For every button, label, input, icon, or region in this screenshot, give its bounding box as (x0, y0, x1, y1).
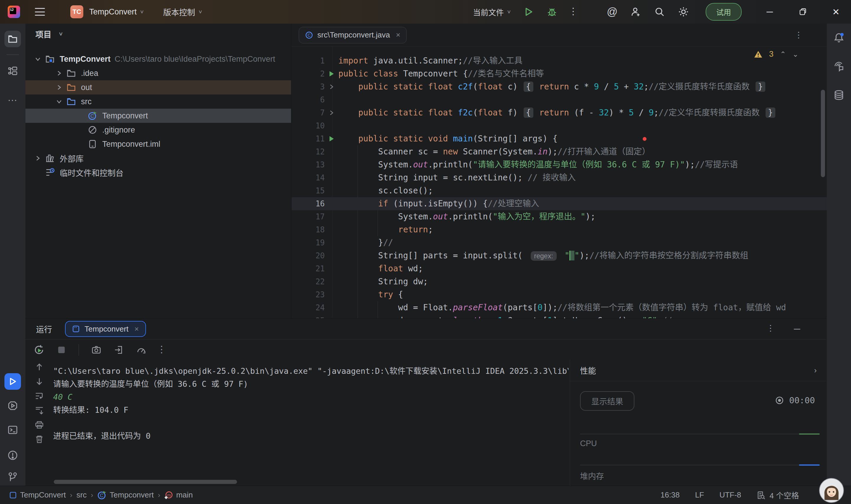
indent-setting[interactable]: 4 个空格 (757, 489, 799, 501)
tree-item--[interactable]: 临时文件和控制台 (25, 165, 291, 180)
line-number[interactable]: 7 (292, 106, 325, 119)
run-line-icon[interactable] (325, 132, 338, 145)
code-line-21[interactable]: 21 float wd; (292, 262, 827, 275)
line-number[interactable]: 23 (292, 288, 325, 301)
code-line-13[interactable]: 13 System.out.println("请输入要转换的温度与单位（例如 3… (292, 158, 827, 171)
code-line-15[interactable]: 15 sc.close(); (292, 184, 827, 197)
run-console[interactable]: "C:\Users\taro blue\.jdks\openjdk-25.0.2… (53, 360, 569, 480)
panel-options-icon[interactable]: … (768, 324, 778, 334)
code-line-14[interactable]: 14 String input = sc.nextLine(); // 接收输入 (292, 171, 827, 184)
line-ending[interactable]: LF (695, 490, 704, 500)
trial-button[interactable]: 试用 (706, 3, 742, 21)
hide-panel-icon[interactable]: ─ (794, 324, 800, 334)
ai-chat-icon[interactable] (831, 58, 847, 74)
settings-gear-icon[interactable] (678, 6, 689, 17)
fold-icon[interactable] (325, 106, 338, 119)
stop-icon[interactable] (57, 345, 66, 355)
vcs-menu[interactable]: 版本控制 (163, 6, 195, 18)
code-line-24[interactable]: 24 wd = Float.parseFloat(parts[0]);//将数组… (292, 301, 827, 314)
chevron-down-icon[interactable] (31, 55, 44, 62)
caret-position[interactable]: 16:38 (660, 490, 680, 500)
breadcrumb-item-Tempconvert[interactable]: CTempconvert (97, 490, 154, 500)
line-number[interactable]: 1 (292, 54, 325, 67)
tab-options-icon[interactable]: … (796, 31, 806, 39)
run-tool-icon[interactable] (4, 373, 21, 390)
code-line-20[interactable]: 20 String[] parts = input.split( regex: … (292, 249, 827, 262)
breadcrumb-item-main[interactable]: mmain (164, 490, 193, 500)
rerun-icon[interactable] (34, 345, 44, 355)
tree-item-.gitignore[interactable]: .gitignore (25, 123, 291, 137)
code-line-22[interactable]: 22 String dw; (292, 275, 827, 288)
code-line-25[interactable]: 25 dw = parts.length > 1 ? parts[1].toUp… (292, 314, 827, 318)
project-name[interactable]: TempConvert (89, 7, 137, 17)
chevron-right-icon[interactable] (53, 70, 66, 77)
performance-header[interactable]: 性能 › (570, 360, 827, 381)
more-tools-icon[interactable]: … (4, 89, 21, 106)
database-icon[interactable] (831, 87, 847, 103)
print-icon[interactable] (35, 420, 44, 430)
breadcrumb-item-TempConvert[interactable]: TempConvert (9, 490, 66, 500)
attach-icon[interactable] (114, 345, 124, 355)
line-number[interactable]: 17 (292, 210, 325, 223)
scroll-up-icon[interactable] (35, 362, 44, 372)
line-number[interactable]: 12 (292, 145, 325, 158)
scroll-down-icon[interactable] (35, 377, 44, 386)
line-number[interactable]: 24 (292, 301, 325, 314)
chevron-right-icon[interactable] (53, 84, 66, 91)
file-encoding[interactable]: UTF-8 (719, 490, 741, 500)
project-icon[interactable]: TC (70, 5, 83, 18)
line-number[interactable]: 21 (292, 262, 325, 275)
line-number[interactable]: 11 (292, 132, 325, 145)
fold-icon[interactable] (325, 80, 338, 93)
debug-icon[interactable] (546, 6, 557, 17)
tree-item-src[interactable]: src (25, 94, 291, 109)
user-avatar[interactable] (819, 478, 844, 503)
code-line-2[interactable]: 2public class Tempconvert {//类名与文件名相等 (292, 67, 827, 80)
more-actions-icon[interactable]: … (570, 6, 582, 17)
run-line-icon[interactable] (325, 67, 338, 80)
project-panel-header[interactable]: 项目 ˅ (25, 24, 291, 44)
close-tab-icon[interactable]: × (135, 324, 139, 334)
search-icon[interactable] (654, 6, 665, 17)
code-line-19[interactable]: 19 }// (292, 236, 827, 249)
more-icon[interactable]: … (159, 345, 170, 355)
breadcrumb-item-src[interactable]: src (76, 490, 87, 500)
add-user-icon[interactable] (630, 6, 641, 17)
line-number[interactable]: 22 (292, 275, 325, 288)
ai-assistant-icon[interactable]: @ (607, 6, 618, 18)
code-line-18[interactable]: 18 return; (292, 223, 827, 236)
code-line-23[interactable]: 23 try { (292, 288, 827, 301)
line-number[interactable]: 6 (292, 93, 325, 106)
code-editor[interactable]: 3 ⌃ ⌄ 1import java.util.Scanner;//导入输入工具… (292, 47, 827, 318)
code-line-10[interactable]: 10 (292, 119, 827, 132)
run-tab[interactable]: Tempconvert × (65, 321, 146, 337)
tree-item-out[interactable]: out (25, 80, 291, 94)
screenshot-icon[interactable] (91, 345, 101, 355)
clear-icon[interactable] (35, 435, 44, 444)
tree-item-TempConvert[interactable]: TempConvertC:\Users\taro blue\IdeaProjec… (25, 52, 291, 66)
line-number[interactable]: 3 (292, 80, 325, 93)
console-scrollbar[interactable] (54, 480, 237, 484)
minimize-icon[interactable]: ─ (765, 7, 775, 17)
problems-tool-icon[interactable] (4, 447, 21, 464)
line-number[interactable]: 19 (292, 236, 325, 249)
restore-icon[interactable] (798, 8, 808, 16)
tree-item-Tempconvert[interactable]: CTempconvert (25, 109, 291, 123)
chevron-down-icon[interactable] (53, 98, 66, 105)
profiler-icon[interactable] (136, 345, 146, 355)
code-line-3[interactable]: 3 public static float c2f(float c) { ret… (292, 80, 827, 93)
code-line-16[interactable]: 16 if (input.isEmpty()) {//处理空输入 (292, 197, 827, 210)
project-tool-icon[interactable] (4, 31, 21, 47)
scroll-to-end-icon[interactable] (35, 406, 44, 415)
close-icon[interactable]: ✕ (831, 7, 841, 17)
structure-tool-icon[interactable] (4, 62, 21, 79)
line-number[interactable]: 16 (292, 197, 325, 210)
code-line-11[interactable]: 11 public static void main(String[] args… (292, 132, 827, 145)
line-number[interactable]: 25 (292, 314, 325, 318)
soft-wrap-icon[interactable] (35, 391, 44, 401)
run-configuration[interactable]: 当前文件˅ (473, 6, 511, 17)
chevron-right-icon[interactable] (31, 155, 44, 162)
code-line-7[interactable]: 7 public static float f2c(float f) { ret… (292, 106, 827, 119)
tree-item-.idea[interactable]: .idea (25, 66, 291, 80)
line-number[interactable]: 10 (292, 119, 325, 132)
